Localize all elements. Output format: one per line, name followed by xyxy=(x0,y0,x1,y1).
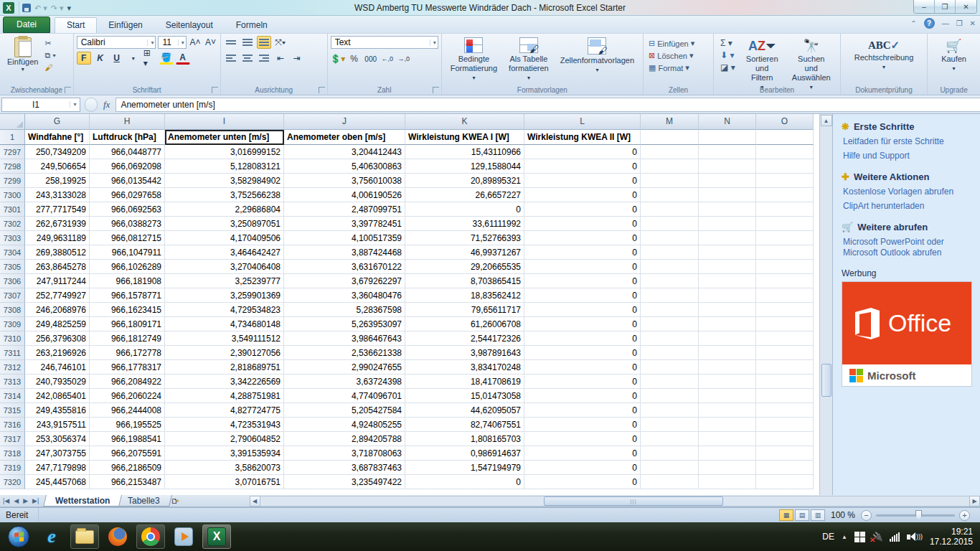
fill-color-icon[interactable]: 🪣 xyxy=(159,52,174,65)
row-header-7298[interactable]: 7298 xyxy=(0,159,25,174)
doc-restore-icon[interactable]: ❐ xyxy=(956,19,963,27)
row-header-7303[interactable]: 7303 xyxy=(0,231,25,245)
cell-O1[interactable] xyxy=(756,130,814,145)
cell-H7319[interactable]: 966,2186509 xyxy=(90,461,165,475)
cell-L7311[interactable]: 0 xyxy=(524,346,641,360)
cell-I7304[interactable]: 3,464642427 xyxy=(165,245,284,260)
cell-J7307[interactable]: 3,360480476 xyxy=(284,288,405,303)
row-header-7307[interactable]: 7307 xyxy=(0,288,25,303)
cell-K7319[interactable]: 1,547194979 xyxy=(405,461,524,475)
cell-J7300[interactable]: 4,006190526 xyxy=(284,188,405,202)
column-header-M[interactable]: M xyxy=(641,114,699,130)
cell-J7299[interactable]: 3,756010038 xyxy=(284,174,405,188)
cell-N7306[interactable] xyxy=(699,274,756,288)
cell-styles-button[interactable]: 🖌 Zellenformatvorlagen▾ xyxy=(555,36,640,84)
row-header-7306[interactable]: 7306 xyxy=(0,274,25,288)
cell-L7317[interactable]: 0 xyxy=(524,432,641,446)
cell-I7314[interactable]: 4,288751981 xyxy=(165,389,284,403)
decrease-indent-icon[interactable]: ⇤ xyxy=(273,52,288,65)
cell-I7313[interactable]: 3,342226569 xyxy=(165,375,284,389)
cell-H7320[interactable]: 966,2153487 xyxy=(90,475,165,489)
cell-L7307[interactable]: 0 xyxy=(524,288,641,303)
row-header-7302[interactable]: 7302 xyxy=(0,217,25,231)
cell-M7305[interactable] xyxy=(641,260,699,274)
volume-icon[interactable]: ))) xyxy=(907,532,923,541)
clear-icon[interactable]: ◪ ▾ xyxy=(718,62,738,73)
ribbon-tab-start[interactable]: Start xyxy=(55,17,97,33)
grow-font-icon[interactable]: A˄ xyxy=(189,36,202,49)
font-size-combo[interactable]: 11▾ xyxy=(158,36,186,49)
cell-K7311[interactable]: 3,987891643 xyxy=(405,346,524,360)
cell-M7301[interactable] xyxy=(641,202,699,217)
cell-J7298[interactable]: 5,406300863 xyxy=(284,159,405,174)
cell-K7315[interactable]: 44,62095057 xyxy=(405,403,524,418)
taskpane-link[interactable]: Leitfaden für erste Schritte xyxy=(843,136,973,147)
taskpane-link[interactable]: ClipArt herunterladen xyxy=(843,201,973,212)
column-header-L[interactable]: L xyxy=(524,114,641,130)
row-header-7319[interactable]: 7319 xyxy=(0,461,25,475)
scroll-right-icon[interactable]: ▶ xyxy=(969,496,980,507)
cell-M7306[interactable] xyxy=(641,274,699,288)
cell-G7318[interactable]: 247,3073755 xyxy=(25,446,90,461)
restore-button[interactable]: ❐ xyxy=(935,0,956,13)
cell-L7315[interactable]: 0 xyxy=(524,403,641,418)
cell-N7307[interactable] xyxy=(699,288,756,303)
cell-H7309[interactable]: 966,1809171 xyxy=(90,317,165,331)
horizontal-scroll-thumb[interactable]: ||| xyxy=(544,496,723,506)
cell-H7317[interactable]: 966,1988541 xyxy=(90,432,165,446)
cell-I7300[interactable]: 3,752566238 xyxy=(165,188,284,202)
zoom-in-icon[interactable]: + xyxy=(959,510,970,521)
cell-M7307[interactable] xyxy=(641,288,699,303)
first-sheet-icon[interactable]: |◀ xyxy=(3,497,9,504)
name-box-arrow[interactable]: ▾ xyxy=(70,101,80,108)
cell-K7310[interactable]: 2,544172326 xyxy=(405,331,524,346)
cell-L7308[interactable]: 0 xyxy=(524,303,641,317)
cell-K7299[interactable]: 20,89895321 xyxy=(405,174,524,188)
cell-G7316[interactable]: 243,9157511 xyxy=(25,418,90,432)
column-header-J[interactable]: J xyxy=(284,114,405,130)
cell-H7313[interactable]: 966,2084922 xyxy=(90,375,165,389)
last-sheet-icon[interactable]: ▶| xyxy=(32,497,39,504)
cell-L1[interactable]: Wirkleistung KWEA II [W] xyxy=(524,130,641,145)
cell-M7313[interactable] xyxy=(641,375,699,389)
percent-icon[interactable]: % xyxy=(347,52,362,65)
cell-M7309[interactable] xyxy=(641,317,699,331)
cell-O7318[interactable] xyxy=(756,446,814,461)
cell-J7314[interactable]: 4,774096701 xyxy=(284,389,405,403)
cell-N7318[interactable] xyxy=(699,446,756,461)
cell-J7304[interactable]: 3,887424468 xyxy=(284,245,405,260)
cell-I7309[interactable]: 4,734680148 xyxy=(165,317,284,331)
cell-L7312[interactable]: 0 xyxy=(524,360,641,375)
cell-G7320[interactable]: 245,4457068 xyxy=(25,475,90,489)
cell-L7319[interactable]: 0 xyxy=(524,461,641,475)
cell-K7298[interactable]: 129,1588044 xyxy=(405,159,524,174)
help-icon[interactable]: ? xyxy=(924,18,935,29)
cell-J7297[interactable]: 3,204412443 xyxy=(284,145,405,159)
fill-icon[interactable]: ⬇ ▾ xyxy=(718,50,738,61)
cell-G1[interactable]: Windfahne [°] xyxy=(25,130,90,145)
cell-N7311[interactable] xyxy=(699,346,756,360)
cell-H7302[interactable]: 966,0388273 xyxy=(90,217,165,231)
cell-N7320[interactable] xyxy=(699,475,756,489)
cell-M7311[interactable] xyxy=(641,346,699,360)
cell-L7301[interactable]: 0 xyxy=(524,202,641,217)
cell-N7305[interactable] xyxy=(699,260,756,274)
spelling-button[interactable]: ABC✓ Rechtschreibung▾ xyxy=(849,36,920,84)
chrome-icon[interactable] xyxy=(136,524,165,549)
cell-M7303[interactable] xyxy=(641,231,699,245)
cell-K7313[interactable]: 18,41708619 xyxy=(405,375,524,389)
formula-input[interactable]: Anemometer unten [m/s] xyxy=(116,98,980,112)
cell-O7312[interactable] xyxy=(756,360,814,375)
cell-K7314[interactable]: 15,01473058 xyxy=(405,389,524,403)
language-indicator[interactable]: DE xyxy=(822,532,834,542)
row-header-7317[interactable]: 7317 xyxy=(0,432,25,446)
cell-M7319[interactable] xyxy=(641,461,699,475)
cell-G7299[interactable]: 258,19925 xyxy=(25,174,90,188)
cell-O7303[interactable] xyxy=(756,231,814,245)
row-header-7312[interactable]: 7312 xyxy=(0,360,25,375)
cell-K7305[interactable]: 29,20665535 xyxy=(405,260,524,274)
cell-M7314[interactable] xyxy=(641,389,699,403)
cell-I7310[interactable]: 3,549111512 xyxy=(165,331,284,346)
cell-H7299[interactable]: 966,0135442 xyxy=(90,174,165,188)
windows-explorer-icon[interactable] xyxy=(70,524,99,549)
